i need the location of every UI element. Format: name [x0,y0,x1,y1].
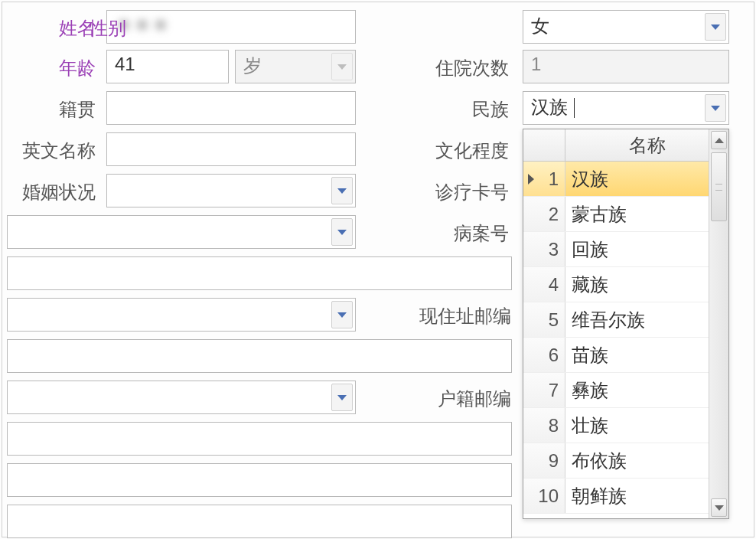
text-caret [574,98,575,118]
chevron-up-icon [715,138,724,143]
dropdown-body: 1汉族2蒙古族3回族4藏族5维吾尔族6苗族7彝族8壮族9布依族10朝鲜族 [523,162,709,518]
registered-addr-combo[interactable] [7,381,356,414]
english-name-field[interactable] [106,132,356,166]
dropdown-option-label: 回族 [565,232,709,266]
dropdown-option-index: 7 [523,373,565,407]
dropdown-option-index: 9 [523,443,565,478]
ethnic-dropdown-popup[interactable]: 名称 1汉族2蒙古族3回族4藏族5维吾尔族6苗族7彝族8壮族9布依族10朝鲜族 [523,129,729,519]
dropdown-option[interactable]: 1汉族 [523,162,709,197]
dropdown-option[interactable]: 4藏族 [523,267,709,302]
full-field-2[interactable] [7,339,512,373]
age-field[interactable]: 41 [106,50,229,83]
chevron-down-icon [337,188,347,194]
dropdown-option-index: 2 [523,197,565,231]
label-medical-record-no: 病案号 [385,221,509,246]
chevron-down-icon [711,24,720,30]
admit-count-field: 1 [523,50,729,83]
dropdown-header-index-col [523,129,565,161]
native-place-field[interactable] [106,91,356,125]
marital-combo-button[interactable] [331,177,353,204]
dropdown-option-index: 1 [523,162,565,196]
dropdown-scrollbar[interactable] [709,129,728,518]
label-card-no: 诊疗卡号 [385,180,509,204]
age-value: 41 [115,54,135,74]
dropdown-option[interactable]: 5维吾尔族 [523,302,709,338]
scroll-thumb[interactable] [711,152,727,221]
label-gender: 性别 [2,16,126,41]
dropdown-option[interactable]: 7彝族 [523,373,709,408]
current-addr-combo[interactable] [7,298,356,332]
scroll-up-button[interactable] [711,131,727,149]
dropdown-option-label: 苗族 [565,338,709,372]
gender-value: 女 [531,15,549,36]
full-field-3[interactable] [7,422,512,456]
label-age: 年龄 [2,56,96,80]
dropdown-option-label: 藏族 [565,267,709,302]
dropdown-option-index: 3 [523,232,565,266]
registered-addr-combo-button[interactable] [331,384,353,411]
dropdown-option-index: 8 [523,408,565,443]
chevron-down-icon [715,505,724,511]
label-admit-count: 住院次数 [385,56,509,80]
scroll-down-button[interactable] [711,498,727,517]
dropdown-option-label: 蒙古族 [565,197,709,231]
dropdown-option-label: 朝鲜族 [565,479,709,513]
form-panel: 姓名 ＊＊＊ 性别 女 年龄 41 岁 住院次数 1 籍贯 民族 汉族 英文名称… [2,2,754,537]
dropdown-option-label: 汉族 [565,162,709,196]
label-marital: 婚姻状况 [2,180,96,204]
age-unit-value: 岁 [243,55,262,76]
label-native-place: 籍贯 [2,97,96,122]
label-ethnic: 民族 [385,97,509,122]
dropdown-option-label: 布依族 [565,443,709,478]
label-registered-zip: 户籍邮编 [362,387,511,411]
full-field-4[interactable] [7,463,512,497]
name-field[interactable]: ＊＊＊ [106,10,356,44]
chevron-down-icon [337,312,347,318]
marital-combo[interactable] [106,174,356,207]
dropdown-option-label: 维吾尔族 [565,302,709,337]
dropdown-option[interactable]: 6苗族 [523,338,709,373]
dropdown-header: 名称 [523,129,728,162]
dropdown-option-index: 6 [523,338,565,372]
admit-count-value: 1 [531,54,541,74]
dropdown-option[interactable]: 10朝鲜族 [523,479,709,514]
full-field-1[interactable] [7,256,512,290]
label-current-zip: 现住址邮编 [362,304,511,328]
extra-combo-1[interactable] [7,215,356,249]
dropdown-option[interactable]: 9布依族 [523,443,709,479]
ethnic-combo-button[interactable] [705,94,726,122]
chevron-down-icon [337,64,347,70]
dropdown-option-index: 10 [523,479,565,513]
gender-combo-button[interactable] [705,13,726,41]
row-selected-caret-icon [528,174,534,185]
chevron-down-icon [337,230,347,235]
dropdown-option-index: 5 [523,302,565,337]
label-english-name: 英文名称 [2,139,96,163]
current-addr-combo-button[interactable] [331,301,353,328]
label-education: 文化程度 [385,139,509,163]
dropdown-option-index: 4 [523,267,565,302]
chevron-down-icon [711,106,720,111]
ethnic-value: 汉族 [531,96,568,117]
dropdown-option[interactable]: 2蒙古族 [523,197,709,232]
dropdown-option[interactable]: 8壮族 [523,408,709,443]
chevron-down-icon [337,395,347,400]
ethnic-combo[interactable]: 汉族 [523,91,729,125]
age-unit-combo: 岁 [235,50,356,83]
extra-combo-1-button[interactable] [331,218,353,246]
dropdown-option[interactable]: 3回族 [523,232,709,267]
dropdown-option-label: 壮族 [565,408,709,443]
dropdown-option-label: 彝族 [565,373,709,407]
gender-combo[interactable]: 女 [523,10,729,44]
dropdown-header-name-col: 名称 [565,129,728,161]
full-field-5[interactable] [7,505,512,538]
age-unit-combo-button [331,53,353,80]
